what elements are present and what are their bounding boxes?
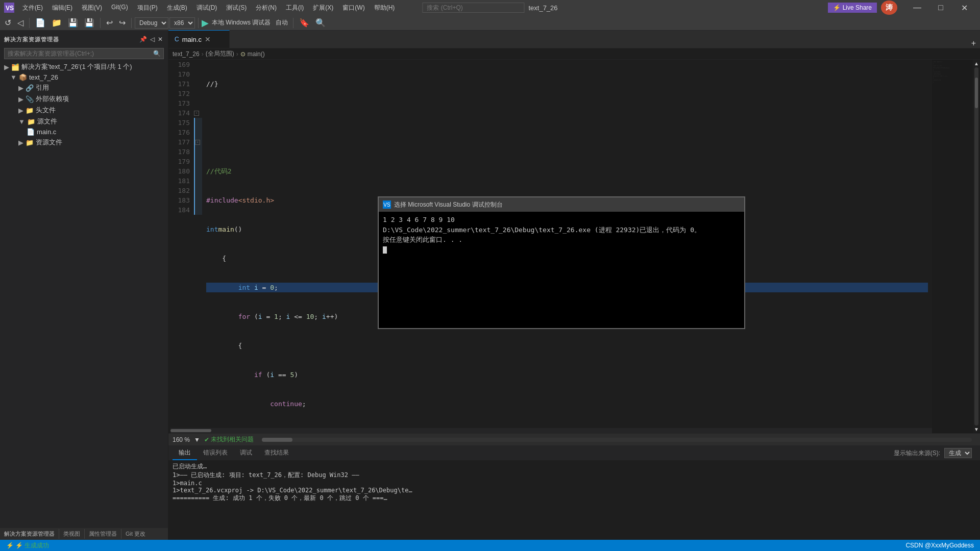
panel-tab-output[interactable]: 输出 [173,446,197,460]
issues-text: 未找到相关问题 [211,435,254,444]
menu-build[interactable]: 生成(B) [163,2,191,14]
sidebar-collapse-btn[interactable]: ◁ [149,35,156,44]
code-178-text: { [206,341,242,350]
tree-item-main-c[interactable]: 📄 main.c [0,127,168,137]
menu-view[interactable]: 视图(V) [78,2,106,14]
sidebar-tab-git[interactable]: Git 更改 [121,529,150,539]
tree-item-resource-files[interactable]: ▶ 📁 资源文件 [0,137,168,148]
fold-170 [194,69,202,79]
breadcrumb-file[interactable]: text_7_26 [173,51,200,58]
fold-177[interactable]: - [194,137,202,147]
v-scroll-thumb[interactable] [975,78,978,108]
v-scroll-track[interactable] [974,67,978,425]
panel-tab-errors[interactable]: 错误列表 [197,446,234,460]
panel-tab-find[interactable]: 查找结果 [258,446,295,460]
close-button[interactable]: ✕ [952,0,976,15]
v-scroll-down-btn[interactable]: ▼ [974,427,979,432]
menu-tools[interactable]: 工具(I) [282,2,308,14]
code-172-text: //代码2 [206,166,231,176]
console-output-line3: 按任意键关闭此窗口. . . [383,235,740,245]
tree-item-project[interactable]: ▼ 📦 text_7_26 [0,72,168,82]
toolbar-save-btn[interactable]: 💾 [65,16,81,29]
sidebar-actions: 📌 ◁ ✕ [138,35,164,44]
tab-main-c[interactable]: C main.c ✕ [168,30,230,48]
v-scroll-up-btn[interactable]: ▲ [974,61,979,66]
menu-analyze[interactable]: 分析(N) [252,2,281,14]
menu-project[interactable]: 项目(P) [133,2,162,14]
user-avatar[interactable]: 涛 [881,1,897,15]
code-177-i2: i [286,312,290,321]
code-175-text: { [206,254,226,263]
output-line-3: 1>main.c [173,480,976,487]
build-status[interactable]: ⚡ ⚡ 生成成功 [4,541,51,550]
title-search-input[interactable] [422,3,524,13]
fold-183 [194,195,202,205]
h-scrollbar[interactable] [168,428,932,433]
toolbar-bookmark-btn[interactable]: 🔖 [297,16,312,29]
toolbar-open-btn[interactable]: 📁 [49,16,64,29]
toolbar-redo-btn[interactable]: ↪ [116,16,128,29]
sidebar-pin-btn[interactable]: 📌 [138,35,148,44]
output-content: 已启动生成… 1>—— 已启动生成: 项目: text_7_26，配置: Deb… [168,460,980,540]
live-share-button[interactable]: ⚡ Live Share [828,3,877,13]
breadcrumb-scope[interactable]: (全局范围) [206,49,234,58]
toolbar-undo-btn[interactable]: ↩ [104,16,115,29]
menu-git[interactable]: Git(G) [107,2,132,14]
project-icon: 📦 [19,73,27,81]
tab-main-c-close[interactable]: ✕ [205,35,211,43]
editor-tabs: C main.c ✕ + [168,31,980,48]
platform-dropdown[interactable]: x86 [169,17,195,29]
toolbar-back-btn[interactable]: ◁ [15,16,26,29]
v-scrollbar[interactable]: ▲ ▼ [973,60,980,433]
menu-extensions[interactable]: 扩展(X) [309,2,337,14]
zoom-dropdown-icon[interactable]: ▼ [194,436,200,443]
code-line-180: continue ; [206,399,928,409]
code-177-sc2: ; [314,312,322,321]
menu-edit[interactable]: 编辑(E) [48,2,77,14]
tree-item-source-files[interactable]: ▼ 📁 源文件 [0,116,168,127]
panel-tab-debug[interactable]: 调试 [234,446,258,460]
bottom-scrollbar[interactable] [262,438,972,442]
code-177-sc1: ; [278,312,286,321]
sidebar-close-btn[interactable]: ✕ [157,35,164,44]
menu-file[interactable]: 文件(E) [18,2,47,14]
output-source-select[interactable]: 生成 [944,448,972,458]
fold-172 [194,89,202,98]
run-button[interactable]: ▶ [202,17,209,29]
menu-window[interactable]: 窗口(W) [338,2,369,14]
toolbar-new-btn[interactable]: 📄 [33,16,48,29]
tree-item-solution[interactable]: ▶ 🗂️ 解决方案'text_7_26'(1 个项目/共 1 个) [0,61,168,72]
fold-175 [194,118,202,128]
console-cursor [383,246,387,254]
code-177-indent [206,312,238,321]
menu-debug[interactable]: 调试(D) [192,2,222,14]
bottom-scrollbar-thumb[interactable] [262,438,292,442]
h-scrollbar-thumb[interactable] [170,429,211,432]
status-csdn[interactable]: CSDN @XxxMyGoddess [903,542,976,549]
menu-test[interactable]: 测试(S) [222,2,251,14]
sidebar-search-input[interactable] [4,48,164,59]
fold-174[interactable]: - [194,108,202,118]
sidebar-tab-class[interactable]: 类视图 [59,529,85,539]
solution-icon: 🗂️ [11,63,19,71]
zoom-level[interactable]: 160 % [173,436,190,443]
debug-config-dropdown[interactable]: Debug [135,17,168,29]
menu-help[interactable]: 帮助(H) [370,2,399,14]
breadcrumb-symbol[interactable]: main() [248,51,265,58]
toolbar-refresh-btn[interactable]: ↺ [2,16,14,29]
tree-item-external-deps[interactable]: ▶ 📎 外部依赖项 [0,93,168,105]
source-icon: 📁 [27,118,35,126]
fold-176 [194,128,202,137]
tab-add-btn[interactable]: + [971,39,976,48]
toolbar-search-btn[interactable]: 🔍 [313,16,328,29]
tree-item-references[interactable]: ▶ 🔗 引用 [0,82,168,93]
title-right: ⚡ Live Share 涛 — □ ✕ [828,0,976,15]
sidebar-tab-solution[interactable]: 解决方案资源管理器 [0,529,59,539]
console-output-line2: D:\VS_Code\2022_summer\text_7_26\Debug\t… [383,225,740,235]
sidebar-tab-props[interactable]: 属性管理器 [85,529,121,539]
toolbar-save-all-btn[interactable]: 💾 [82,16,97,29]
minimize-button[interactable]: — [905,0,929,15]
maximize-button[interactable]: □ [929,0,952,15]
code-169-text: //} [206,79,218,89]
tree-item-headers[interactable]: ▶ 📁 头文件 [0,105,168,116]
